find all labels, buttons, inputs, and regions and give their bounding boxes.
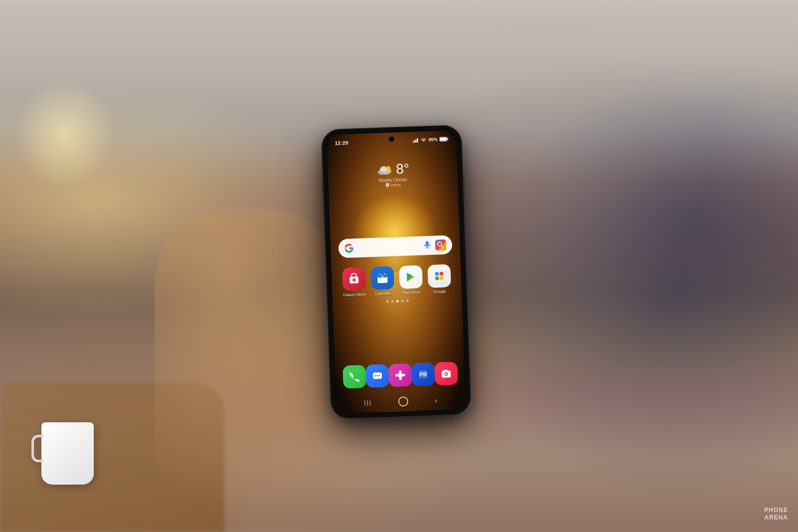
camera-hole	[389, 136, 394, 141]
svg-rect-25	[439, 272, 443, 275]
dock-pr-icon: PR	[411, 362, 435, 386]
phone-body: 12:20 95%	[321, 125, 471, 418]
svg-point-33	[399, 370, 401, 373]
svg-text:PR: PR	[419, 371, 427, 377]
galaxy-store-svg	[347, 272, 361, 286]
weather-city: Varna	[390, 182, 400, 187]
phone-device: 12:20 95%	[321, 125, 471, 418]
search-bar[interactable]	[338, 235, 452, 258]
search-spacer	[358, 245, 419, 247]
svg-point-10	[386, 166, 391, 171]
location-pin-icon	[386, 182, 389, 187]
play-store-label: Play Store	[402, 290, 420, 295]
svg-text:2: 2	[381, 274, 384, 279]
app-calendar[interactable]: 2 Calendar	[368, 266, 397, 296]
nav-home-button[interactable]	[398, 396, 408, 406]
page-dot-4	[401, 300, 403, 302]
dock-phone-icon	[343, 364, 367, 388]
dock-camera[interactable]	[434, 361, 458, 385]
play-store-icon	[399, 265, 422, 289]
coffee-cup	[35, 422, 100, 502]
google-lens-icon[interactable]	[435, 239, 446, 251]
page-dot-1	[386, 300, 389, 303]
calendar-icon: 2	[371, 266, 395, 290]
dock-bixby-icon	[389, 363, 412, 387]
messages-svg	[372, 370, 383, 381]
dock: PR	[343, 361, 457, 388]
dock-messages-icon	[366, 364, 390, 388]
google-logo	[344, 243, 354, 253]
svg-line-16	[441, 245, 444, 248]
svg-rect-3	[417, 138, 418, 142]
svg-rect-6	[440, 137, 446, 140]
calendar-svg: 2	[376, 271, 389, 285]
svg-rect-26	[435, 276, 438, 280]
page-dot-5	[406, 299, 408, 302]
svg-rect-12	[425, 241, 428, 246]
dock-bixby[interactable]	[389, 363, 412, 387]
lens-svg	[437, 241, 444, 248]
volume-down-button[interactable]	[322, 195, 324, 213]
watermark-line1: PHONE	[764, 507, 788, 515]
app-grid: Galaxy Store 2 Calendar	[331, 264, 462, 298]
wallpaper-orb	[354, 190, 436, 273]
play-store-svg	[404, 270, 417, 284]
battery-text: 95%	[428, 137, 437, 142]
status-icons: 95%	[412, 136, 448, 143]
phone-screen: 12:20 95%	[327, 130, 466, 414]
pr-svg: PR	[417, 368, 429, 380]
svg-rect-1	[414, 140, 415, 143]
svg-rect-5	[447, 138, 448, 140]
volume-up-button[interactable]	[322, 175, 324, 192]
phone-svg	[349, 371, 360, 382]
search-mic-icon[interactable]	[423, 241, 431, 250]
dock-messages[interactable]	[366, 364, 390, 388]
watermark-line2: ARENA	[764, 514, 788, 522]
weather-cloud-icon	[376, 164, 392, 175]
dock-pr-app[interactable]: PR	[411, 362, 435, 386]
svg-rect-24	[435, 272, 438, 275]
app-galaxy-store[interactable]: Galaxy Store	[339, 267, 369, 297]
app-google[interactable]: Google	[424, 264, 454, 294]
camera-svg	[440, 367, 452, 379]
google-app-svg	[433, 270, 445, 282]
svg-point-15	[437, 242, 441, 246]
app-play-store[interactable]: Play Store	[396, 265, 425, 295]
weather-widget: 8° Mostly Cloudy Varna	[328, 160, 458, 189]
svg-rect-27	[439, 276, 443, 280]
svg-rect-2	[415, 139, 416, 143]
google-label: Google	[433, 289, 446, 294]
weather-temperature: 8°	[396, 162, 409, 176]
nav-back-button[interactable]: ‹	[435, 396, 437, 404]
dock-camera-icon	[434, 361, 458, 385]
wifi-icon	[420, 137, 426, 142]
svg-point-36	[402, 373, 405, 376]
page-dot-2	[391, 300, 394, 302]
svg-point-35	[396, 373, 399, 376]
calendar-label: Calendar	[375, 291, 391, 296]
dock-phone[interactable]	[343, 364, 367, 388]
galaxy-store-label: Galaxy Store	[343, 292, 366, 297]
status-time: 12:20	[335, 140, 348, 146]
svg-rect-0	[412, 141, 413, 143]
battery-icon	[439, 136, 448, 142]
phonearena-watermark: PHONE ARENA	[764, 507, 788, 522]
page-dot-3-active	[396, 300, 399, 302]
svg-rect-22	[379, 273, 380, 275]
svg-rect-23	[384, 273, 385, 275]
bixby-svg	[395, 369, 406, 381]
nav-recents-button[interactable]: |||	[364, 399, 372, 406]
google-app-icon	[427, 264, 451, 288]
galaxy-store-icon	[342, 267, 366, 291]
signal-icon	[412, 137, 418, 142]
